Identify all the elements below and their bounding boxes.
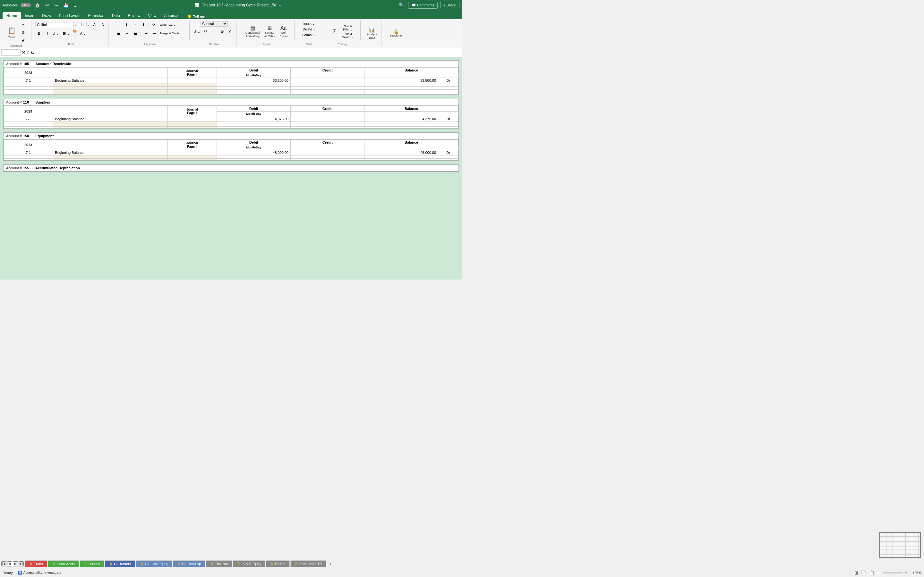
autosum-button[interactable]: Σ [330, 21, 340, 42]
decrease-indent-button[interactable]: ⇤ [142, 30, 150, 37]
wrap-text-button[interactable]: Wrap Text ⌄ [158, 21, 178, 28]
find-select-button[interactable]: Find &Select ⌄ [341, 32, 355, 39]
tab-data[interactable]: Data [108, 12, 124, 19]
autosave-toggle[interactable]: OFF [21, 3, 31, 7]
ribbon: 📋 Paste ✂ ⧉ 🖌 Clipboard ⌄ ⌄ A A [0, 19, 462, 48]
formula-cancel-button[interactable]: ✕ [22, 50, 25, 55]
format-button[interactable]: Format ⌄ [300, 33, 317, 37]
underline-button[interactable]: U ⌄ [52, 30, 60, 37]
comments-button[interactable]: 💬 PasteComments [408, 2, 438, 9]
undo-button[interactable]: ↩ [44, 2, 50, 8]
home-icon[interactable]: 🏠 [33, 2, 41, 8]
sort-filter-button[interactable]: Sort &Filter ⌄ [341, 24, 355, 31]
account-num-3: 150 [23, 134, 29, 138]
insert-button[interactable]: Insert ⌄ [302, 21, 317, 26]
styles-label: Styles [262, 42, 270, 46]
bold-button[interactable]: B [35, 30, 43, 37]
tab-automate[interactable]: Automate [160, 12, 184, 19]
account-num-2: 110 [23, 100, 29, 104]
merge-center-button[interactable]: Merge & Center ⌄ [159, 30, 185, 37]
font-name-input[interactable] [35, 22, 74, 27]
conditional-formatting-button[interactable]: ▤ ConditionalFormatting [244, 21, 262, 42]
number-format-select[interactable]: General Number Currency Accounting Date [200, 21, 228, 27]
font-size-input[interactable] [78, 22, 87, 27]
account-label-2: Account # [6, 100, 22, 104]
ledger-table-2: 2023 JournalPage # Debit Credit Balance … [3, 106, 459, 128]
save-button[interactable]: 💾 [62, 2, 70, 8]
account-name-1: Accounts Receivable [35, 62, 71, 66]
currency-button[interactable]: $ ⌄ [194, 28, 201, 35]
align-center-button[interactable]: ≡ [123, 30, 131, 37]
increase-font-button[interactable]: A [90, 21, 98, 28]
styles-group: ▤ ConditionalFormatting ⊞ Formatas Table… [241, 21, 292, 47]
paste-button[interactable]: 📋 Paste [5, 22, 19, 43]
ledger-header-row-4: Account # 155 Accumulated Depreciation [3, 165, 459, 171]
balance-header-2: Balance [365, 106, 459, 111]
alignment-group: ⬆ ↔ ⬇ ⟳ Wrap Text ⌄ ☰ ≡ ☰ ⇤ ⇥ Merge & Ce… [113, 21, 187, 47]
journal-header-1: JournalPage # [168, 68, 216, 78]
decrease-decimal-button[interactable]: .0↓ [227, 28, 234, 35]
credit-header-2: Credit [291, 106, 365, 111]
format-painter-button[interactable]: 🖌 [19, 37, 27, 44]
analyze-group: 📊 AnalyzeData [363, 21, 382, 47]
alignment-label: Alignment [144, 42, 157, 46]
delete-button[interactable]: Delete ⌄ [301, 27, 317, 32]
redo-button[interactable]: ↪ [53, 2, 59, 8]
italic-button[interactable]: I [44, 30, 51, 37]
ledger-equipment: Account # 150 Equipment 2023 JournalPage… [3, 132, 459, 161]
tab-formulas[interactable]: Formulas [84, 12, 108, 19]
ledger-header-row-1: Account # 105 Accounts Receivable [3, 61, 459, 67]
align-middle-button[interactable]: ↔ [131, 21, 139, 28]
clipboard-label: Clipboard [10, 44, 22, 47]
tab-review[interactable]: Review [124, 12, 144, 19]
fill-color-button[interactable]: 🎨 ⌄ [71, 30, 79, 37]
account-name-4: Accumulated Depreciation [35, 166, 80, 170]
copy-button[interactable]: ⧉ [19, 29, 27, 36]
font-group: ⌄ ⌄ A A B I U ⌄ ⊞ ⌄ 🎨 ⌄ A ⌄ Font [33, 21, 109, 47]
comma-button[interactable]: , [210, 28, 218, 35]
table-row: 7-1 Beginning Balance 33,500.00 33,500.0… [4, 78, 459, 83]
tab-insert[interactable]: Insert [21, 12, 38, 19]
tab-page-layout[interactable]: Page Layout [55, 12, 84, 19]
table-row [4, 93, 459, 95]
percent-button[interactable]: % [202, 28, 210, 35]
tab-view[interactable]: View [144, 12, 160, 19]
number-group: General Number Currency Accounting Date … [192, 21, 237, 47]
credit-header-1: Credit [291, 68, 365, 73]
increase-indent-button[interactable]: ⇥ [150, 30, 158, 37]
decrease-font-button[interactable]: A [99, 21, 107, 28]
title-bar: AutoSave OFF 🏠 ↩ ↪ 💾 ... 📊 Chapter 10 f … [0, 0, 462, 10]
editing-label: Editing [338, 42, 347, 46]
align-bottom-button[interactable]: ⬇ [140, 21, 147, 28]
search-button[interactable]: 🔍 [397, 2, 405, 8]
increase-decimal-button[interactable]: .0↑ [218, 28, 226, 35]
share-button[interactable]: ↑ Share [440, 2, 459, 8]
align-top-button[interactable]: ⬆ [123, 21, 131, 28]
autosave-label: AutoSave [3, 3, 18, 7]
function-wizard-button[interactable]: fx [31, 50, 34, 55]
ledger-table-3: 2023 JournalPage # Debit Credit Balance … [3, 139, 459, 160]
align-right-button[interactable]: ☰ [132, 30, 139, 37]
year-header-3: 2023 [4, 140, 53, 150]
number-label: Number [209, 42, 219, 46]
analyze-data-button[interactable]: 📊 AnalyzeData [365, 23, 379, 44]
font-color-button[interactable]: A ⌄ [79, 30, 87, 37]
cell-styles-button[interactable]: Aa CellStyles [278, 21, 289, 42]
ledger-header-row-3: Account # 150 Equipment [3, 133, 459, 139]
format-as-table-button[interactable]: ⊞ Formatas Table [263, 21, 276, 42]
align-left-button[interactable]: ☰ [115, 30, 123, 37]
debit-header-1: Debit [217, 68, 291, 73]
more-button[interactable]: ... [73, 2, 79, 8]
orientation-button[interactable]: ⟳ [150, 21, 158, 28]
cell-reference-box[interactable]: C11 [1, 49, 21, 56]
borders-button[interactable]: ⊞ ⌄ [63, 30, 70, 37]
tab-home[interactable]: Home [3, 12, 21, 19]
tab-draw[interactable]: Draw [38, 12, 55, 19]
sensitivity-button[interactable]: 🔒 Sensitivity [388, 23, 404, 44]
formula-confirm-button[interactable]: ✓ [26, 50, 30, 55]
tell-me[interactable]: 💡 Tell me [187, 15, 205, 19]
account-label-3: Account # [6, 134, 22, 138]
cut-button[interactable]: ✂ [19, 21, 27, 28]
spreadsheet-content: Account # 105 Accounts Receivable 2023 J… [0, 57, 462, 279]
formula-input[interactable] [35, 50, 461, 55]
